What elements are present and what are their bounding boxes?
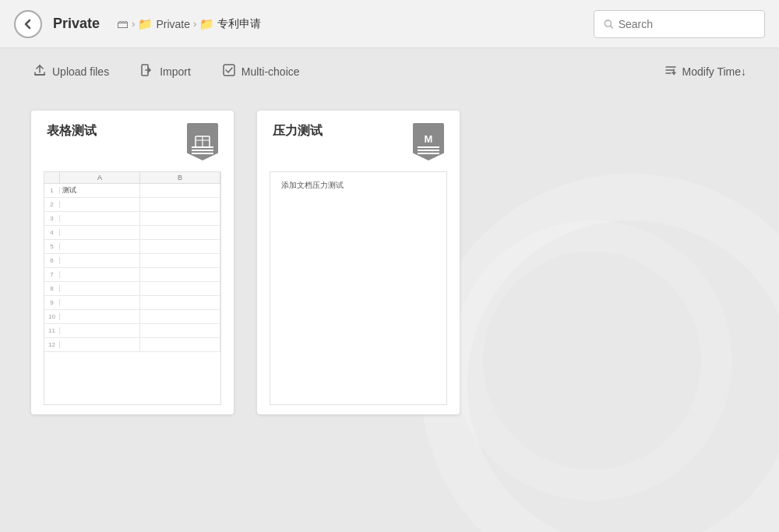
svg-point-0 [605,20,611,26]
table-row: 6 [44,254,220,268]
svg-rect-4 [224,65,234,76]
breadcrumb-private-label: Private [156,18,190,30]
table-row: 8 [44,282,220,296]
file-card-document[interactable]: 压力测试 M 添加文档压力测试 [257,111,460,414]
svg-line-1 [611,26,613,28]
table-badge-icon [195,136,210,148]
table-row: 5 [44,240,220,254]
folder-icon-1: 📁 [138,17,153,31]
upload-label: Upload files [52,65,109,78]
back-button[interactable] [14,10,42,38]
table-row: 9 [44,296,220,310]
breadcrumb-patent-label: 专利申请 [217,17,261,31]
sort-icon [664,63,678,80]
search-input[interactable] [619,18,755,30]
file-badge-doc: M [413,123,444,160]
file-preview-document: 添加文档压力测试 [270,171,447,405]
toolbar: Upload files Import Multi-choice [0,48,779,95]
file-name-2: 压力测试 [273,123,323,139]
file-name-1: 表格测试 [47,123,97,139]
table-row: 2 [44,198,220,212]
multichoice-label: Multi-choice [241,65,300,78]
table-row: 1 测试 [44,184,220,198]
ss-header: A B [44,172,220,184]
upload-icon [33,63,47,80]
table-row: 3 [44,212,220,226]
archive-icon: 🗃 [117,17,129,30]
breadcrumb: 🗃 › 📁 Private › 📁 专利申请 [117,17,583,31]
table-row: 10 [44,310,220,324]
doc-badge-letter: M [425,134,433,144]
breadcrumb-archive[interactable]: 🗃 [117,17,129,30]
page-title: Private [53,16,100,32]
sort-label: Modify Time↓ [682,65,746,78]
file-card-header-1: 表格测试 [31,111,234,168]
import-label: Import [160,65,191,78]
multichoice-icon [222,63,236,80]
file-preview-spreadsheet: A B 1 测试 2 3 4 5 6 7 8 9 10 11 12 [44,171,221,405]
doc-badge-lines [421,146,435,154]
file-card-header-2: 压力测试 M [257,111,460,168]
table-row: 11 [44,324,220,338]
folder-icon-2: 📁 [199,17,214,31]
sort-button[interactable]: Modify Time↓ [662,60,748,83]
upload-button[interactable]: Upload files [31,60,111,83]
import-icon [140,63,154,80]
table-row: 7 [44,268,220,282]
file-badge-table [187,123,218,160]
import-button[interactable]: Import [139,60,192,83]
content-area: 表格测试 A B 1 测试 [0,95,779,430]
search-icon [604,19,614,30]
multichoice-button[interactable]: Multi-choice [220,60,301,83]
table-row: 12 [44,338,220,352]
doc-content: 添加文档压力测试 [270,172,446,199]
breadcrumb-patent[interactable]: 📁 专利申请 [199,17,261,31]
header: Private 🗃 › 📁 Private › 📁 专利申请 [0,0,779,48]
spreadsheet-view: A B 1 测试 2 3 4 5 6 7 8 9 10 11 12 [44,172,220,404]
breadcrumb-private[interactable]: 📁 Private [138,17,190,31]
file-card-spreadsheet[interactable]: 表格测试 A B 1 测试 [31,111,234,414]
doc-description: 添加文档压力测试 [281,181,344,189]
search-box[interactable] [594,10,765,38]
table-row: 4 [44,226,220,240]
